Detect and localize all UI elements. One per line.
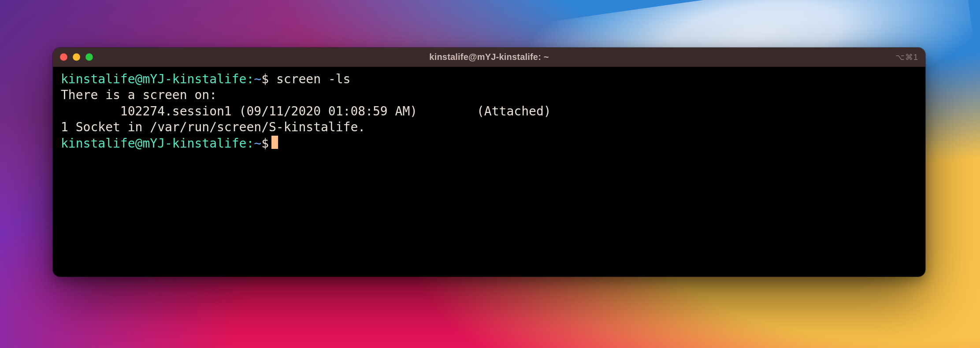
window-shortcut-hint: ⌥⌘1 [895, 52, 918, 62]
minimize-icon[interactable] [73, 53, 80, 61]
terminal-line: 102274.session1 (09/11/2020 01:08:59 AM)… [61, 104, 917, 119]
window-title: kinstalife@mYJ-kinstalife: ~ [53, 52, 925, 62]
prompt-path: ~ [254, 72, 261, 86]
terminal-line: 1 Socket in /var/run/screen/S-kinstalife… [61, 119, 917, 135]
prompt-symbol: $ [261, 72, 269, 86]
entered-command: screen -ls [276, 72, 351, 86]
terminal-output[interactable]: kinstalife@mYJ-kinstalife:~$ screen -lsT… [53, 67, 925, 277]
cursor-icon [271, 136, 278, 149]
terminal-line: There is a screen on: [61, 87, 917, 103]
zoom-icon[interactable] [85, 53, 93, 61]
terminal-window: kinstalife@mYJ-kinstalife: ~ ⌥⌘1 kinstal… [53, 48, 925, 277]
terminal-line: kinstalife@mYJ-kinstalife:~$ [61, 136, 917, 152]
prompt-separator: : [246, 72, 254, 86]
window-titlebar[interactable]: kinstalife@mYJ-kinstalife: ~ ⌥⌘1 [53, 48, 925, 67]
prompt-user-host: kinstalife@mYJ-kinstalife [61, 72, 246, 86]
prompt-separator: : [246, 136, 254, 151]
prompt-path: ~ [254, 136, 261, 151]
window-controls [60, 53, 93, 61]
terminal-line: kinstalife@mYJ-kinstalife:~$ screen -ls [61, 71, 917, 87]
prompt-user-host: kinstalife@mYJ-kinstalife [61, 136, 246, 151]
prompt-symbol: $ [261, 136, 269, 151]
close-icon[interactable] [60, 53, 67, 61]
